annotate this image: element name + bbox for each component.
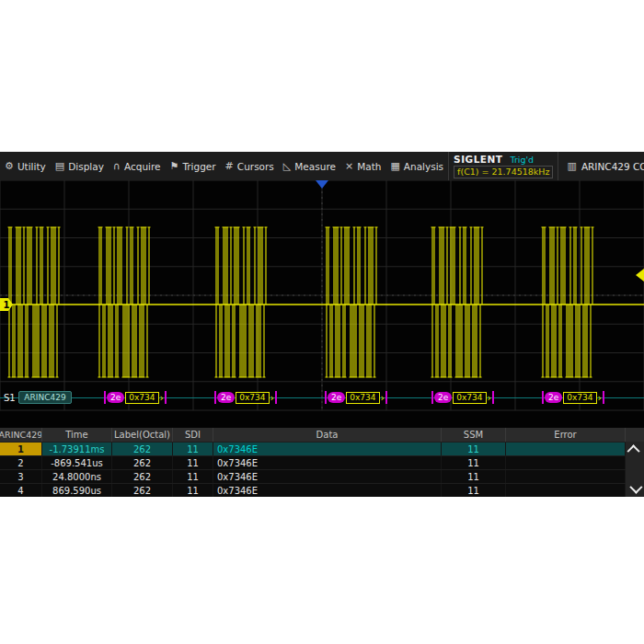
chevron-right-icon: › [488,392,491,404]
field-end-tick [275,391,277,404]
arinc429-badge[interactable]: ARINC429 [18,391,72,404]
menu-item-label: Math [357,161,381,172]
cell-sdi: 11 [173,484,213,497]
cell-ssm: 11 [442,470,506,483]
arinc429-burst [98,227,151,377]
menu-items: ⚙Utility▤Display∩Acquire⚑Trigger#Cursors… [0,152,448,180]
gear-icon: ⚙ [5,160,14,172]
data-field: 0x734 [236,392,269,404]
menu-item-utility[interactable]: ⚙Utility [0,152,51,180]
chevron-down-icon [629,481,642,494]
field-start-tick [214,391,216,404]
decode-result-bubble: 2e0x734› [214,391,277,404]
menu-item-display[interactable]: ▤Display [51,152,109,180]
cell-ssm: 11 [442,443,506,455]
cell-sdi: 11 [173,470,213,483]
table-scrollbar [626,442,644,497]
menu-item-trigger[interactable]: ⚑Trigger [166,152,221,180]
chevron-right-icon: › [598,392,602,404]
cell-data: 0x7346E [213,470,442,483]
table-header: ARINC429TimeLabel(Octal)SDIDataSSMError [0,428,644,442]
arinc429-config-button[interactable]: ▥ ARINC429 CONFIG [558,152,644,180]
cell-error [506,456,626,469]
cell-label: 262 [112,443,173,455]
menu-bar-right: SIGLENT Trig'd f(C1) = 21.74518kHz ▥ ARI… [448,152,644,180]
table-row[interactable]: 324.8000ns262110x7346E11 [0,469,626,483]
brand-row: SIGLENT Trig'd [454,154,553,166]
arinc429-burst [542,227,594,377]
scroll-up-button[interactable] [626,442,644,458]
chevron-up-icon [627,444,640,457]
menu-bar: ⚙Utility▤Display∩Acquire⚑Trigger#Cursors… [0,152,644,180]
column-header-sdi: SDI [173,428,213,442]
decode-result-bubble: 2e0x734› [431,391,494,404]
siglent-logo: SIGLENT [454,154,502,166]
cell-ssm: 11 [442,456,506,469]
data-field: 0x734 [563,392,596,404]
menu-item-label: Trigger [182,161,215,172]
display-icon: ▤ [55,160,64,172]
field-start-tick [104,391,106,404]
field-end-tick [603,391,604,404]
data-field: 0x734 [346,392,379,404]
data-field: 0x734 [125,392,158,404]
oscilloscope-ui: ⚙Utility▤Display∩Acquire⚑Trigger#Cursors… [0,152,644,497]
label-field: 2e [434,392,452,403]
label-field: 2e [328,392,345,403]
cell-data: 0x7346E [213,484,442,497]
cursors-icon: # [225,160,234,172]
cell-data: 0x7346E [213,443,442,455]
menu-item-label: Analysis [404,161,443,172]
menu-item-label: Display [68,161,104,172]
table-row[interactable]: 2-869.541us262110x7346E11 [0,455,626,469]
cell-idx: 2 [0,456,42,469]
cell-label: 262 [112,456,173,469]
analysis-icon: ▦ [390,160,399,172]
label-field: 2e [217,392,235,403]
config-label: ARINC429 CONFIG [581,161,644,172]
column-header-label: Label(Octal) [112,428,173,442]
column-header-time: Time [42,428,112,442]
decode-result-bubble: 2e0x734› [542,391,604,404]
menu-item-math[interactable]: ×Math [340,152,385,180]
menu-item-label: Measure [294,161,336,172]
arinc429-burst [215,227,268,377]
brand-block: SIGLENT Trig'd f(C1) = 21.74518kHz [448,152,558,180]
table-row[interactable]: 1-1.73911ms262110x7346E11 [0,442,626,455]
scroll-down-button[interactable] [626,480,644,497]
menu-item-analysis[interactable]: ▦Analysis [385,152,448,180]
menu-item-label: Utility [17,161,46,172]
decode-bus-label: S1 [4,392,16,404]
label-field: 2e [545,392,562,403]
screenshot-canvas: ⚙Utility▤Display∩Acquire⚑Trigger#Cursors… [0,0,644,644]
decode-table: ARINC429TimeLabel(Octal)SDIDataSSMError … [0,428,644,497]
field-start-tick [325,391,327,404]
cell-sdi: 11 [173,443,213,455]
cell-idx: 4 [0,484,42,497]
trigger-position-marker[interactable] [316,180,328,189]
chevron-right-icon: › [381,392,385,404]
cell-time: -869.541us [42,456,112,469]
menu-item-label: Acquire [124,161,161,172]
cell-idx: 3 [0,470,42,483]
field-end-tick [385,391,387,404]
cell-time: 24.8000ns [42,470,112,483]
label-field: 2e [107,392,124,403]
frequency-readout: f(C1) = 21.74518kHz [454,166,553,178]
header-filler [626,428,644,442]
trigger-level-marker[interactable] [636,269,644,282]
menu-item-measure[interactable]: ◺Measure [279,152,340,180]
cell-idx: 1 [0,443,42,455]
decode-result-bubble: 2e0x734› [325,391,387,404]
math-icon: × [345,160,353,172]
menu-item-cursors[interactable]: #Cursors [221,152,279,180]
trigger-status: Trig'd [510,154,534,166]
cell-ssm: 11 [442,484,506,497]
cell-data: 0x7346E [213,456,442,469]
data-field: 0x734 [453,392,486,404]
column-header-ssm: SSM [442,428,506,442]
field-start-tick [542,391,544,404]
table-row[interactable]: 4869.590us262110x7346E11 [0,483,626,497]
trigger-flag-icon: ⚑ [170,160,179,172]
menu-item-acquire[interactable]: ∩Acquire [109,152,166,180]
